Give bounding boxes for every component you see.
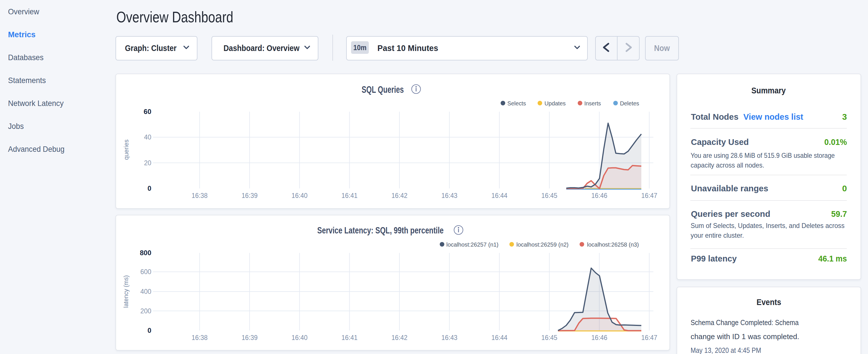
svg-text:16:45: 16:45 — [541, 192, 557, 199]
svg-text:Events: Events — [756, 297, 781, 307]
svg-text:Schema Change Completed: Schem: Schema Change Completed: Schema — [691, 318, 799, 327]
svg-text:16:40: 16:40 — [291, 192, 308, 199]
svg-text:latency (ms): latency (ms) — [123, 275, 129, 308]
svg-text:10m: 10m — [353, 43, 367, 52]
svg-text:Overview Dashboard: Overview Dashboard — [116, 9, 233, 26]
svg-text:40: 40 — [144, 133, 151, 141]
svg-text:16:47: 16:47 — [641, 334, 657, 342]
svg-text:16:39: 16:39 — [242, 334, 258, 342]
svg-text:16:42: 16:42 — [392, 334, 407, 342]
svg-text:localhost:26257 (n1): localhost:26257 (n1) — [446, 241, 499, 248]
svg-text:Databases: Databases — [8, 53, 43, 62]
svg-text:Past 10 Minutes: Past 10 Minutes — [377, 43, 438, 53]
svg-text:59.7: 59.7 — [831, 209, 847, 219]
svg-text:16:43: 16:43 — [441, 192, 457, 199]
svg-text:Sum of Selects, Updates, Inser: Sum of Selects, Updates, Inserts, and De… — [691, 222, 844, 229]
svg-text:Statements: Statements — [8, 76, 46, 85]
svg-text:localhost:26258 (n3): localhost:26258 (n3) — [587, 241, 639, 248]
svg-text:0: 0 — [842, 184, 847, 193]
svg-text:Summary: Summary — [751, 86, 786, 95]
svg-text:16:45: 16:45 — [541, 334, 557, 342]
svg-text:46.1 ms: 46.1 ms — [818, 254, 847, 263]
svg-text:Now: Now — [654, 43, 670, 53]
svg-text:queries: queries — [123, 139, 130, 160]
svg-text:your entire cluster.: your entire cluster. — [691, 231, 744, 239]
svg-text:16:47: 16:47 — [641, 192, 657, 199]
svg-text:Updates: Updates — [545, 100, 566, 106]
svg-text:Queries per second: Queries per second — [691, 209, 770, 219]
svg-text:You are using 28.6 MiB of 515.: You are using 28.6 MiB of 515.9 GiB usab… — [691, 152, 835, 159]
svg-text:change with ID 1 was completed: change with ID 1 was completed. — [691, 332, 799, 341]
svg-text:Total Nodes: Total Nodes — [691, 112, 739, 122]
svg-text:16:40: 16:40 — [291, 334, 308, 342]
svg-text:0: 0 — [148, 185, 151, 192]
svg-text:0: 0 — [148, 326, 151, 334]
svg-text:Service Latency: SQL, 99th per: Service Latency: SQL, 99th percentile — [317, 225, 443, 235]
svg-text:16:43: 16:43 — [441, 334, 457, 342]
svg-text:Selects: Selects — [507, 100, 526, 106]
svg-text:Graph: Cluster: Graph: Cluster — [125, 43, 177, 53]
svg-text:60: 60 — [144, 108, 151, 116]
svg-text:P99 latency: P99 latency — [691, 254, 737, 263]
svg-text:View nodes list: View nodes list — [743, 112, 803, 122]
svg-text:16:44: 16:44 — [492, 334, 507, 342]
svg-text:16:42: 16:42 — [392, 192, 407, 199]
svg-text:Metrics: Metrics — [8, 30, 35, 39]
svg-text:SQL Queries: SQL Queries — [362, 84, 404, 95]
svg-text:16:38: 16:38 — [192, 334, 208, 342]
svg-text:Capacity Used: Capacity Used — [691, 137, 749, 147]
svg-text:Dashboard: Overview: Dashboard: Overview — [223, 43, 300, 53]
svg-text:Overview: Overview — [8, 7, 39, 16]
svg-text:Deletes: Deletes — [620, 100, 639, 106]
svg-text:Network Latency: Network Latency — [8, 99, 64, 108]
svg-text:Advanced Debug: Advanced Debug — [8, 144, 64, 154]
svg-text:Unavailable ranges: Unavailable ranges — [691, 184, 768, 193]
svg-text:Inserts: Inserts — [584, 100, 601, 106]
svg-text:capacity across all nodes.: capacity across all nodes. — [691, 161, 764, 169]
svg-text:Jobs: Jobs — [8, 122, 24, 131]
svg-text:0.01%: 0.01% — [825, 137, 847, 147]
svg-text:16:44: 16:44 — [492, 192, 507, 199]
svg-text:600: 600 — [141, 268, 151, 276]
svg-text:localhost:26259 (n2): localhost:26259 (n2) — [517, 241, 568, 248]
svg-text:16:46: 16:46 — [591, 334, 607, 342]
svg-text:May 13, 2020 at 4:45 PM: May 13, 2020 at 4:45 PM — [691, 346, 761, 354]
svg-text:200: 200 — [141, 307, 151, 315]
svg-text:16:46: 16:46 — [591, 192, 607, 199]
svg-text:3: 3 — [842, 112, 847, 122]
svg-text:400: 400 — [141, 288, 151, 295]
svg-text:16:41: 16:41 — [342, 192, 358, 199]
svg-text:16:38: 16:38 — [192, 192, 208, 199]
svg-text:20: 20 — [144, 159, 151, 167]
svg-text:800: 800 — [140, 249, 151, 257]
svg-text:16:41: 16:41 — [342, 334, 358, 342]
svg-text:16:39: 16:39 — [242, 192, 258, 199]
